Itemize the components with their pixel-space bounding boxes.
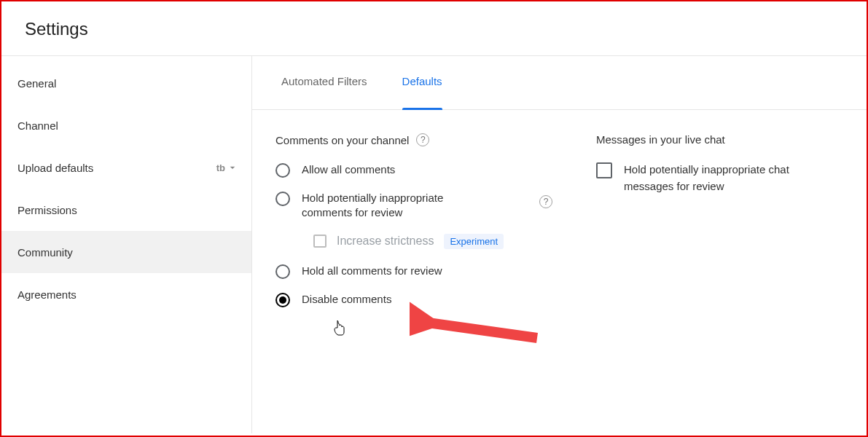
radio-icon — [275, 293, 290, 307]
sidebar-item-label: Channel — [17, 119, 58, 132]
experiment-badge: Experiment — [444, 234, 504, 249]
tab-content: Comments on your channel ? Allow all com… — [252, 110, 867, 320]
radio-label: Hold all comments for review — [302, 264, 442, 278]
radio-disable-comments[interactable]: Disable comments — [275, 292, 552, 307]
radio-icon — [275, 163, 290, 178]
radio-hold-all[interactable]: Hold all comments for review — [275, 264, 552, 279]
sidebar-item-label: Upload defaults — [17, 162, 93, 174]
sidebar-item-label: General — [17, 77, 56, 90]
checkbox-label: Hold potentially inappropriate chat mess… — [624, 162, 837, 194]
settings-dialog: Settings General Channel Upload defaults… — [0, 0, 868, 437]
comments-column: Comments on your channel ? Allow all com… — [275, 133, 552, 320]
radio-icon — [275, 264, 290, 279]
sidebar-item-label: Permissions — [17, 204, 77, 216]
sidebar-item-community[interactable]: Community — [1, 231, 251, 273]
checkbox-icon — [596, 162, 612, 178]
tab-defaults[interactable]: Defaults — [402, 75, 442, 109]
sidebar-item-label: Community — [17, 246, 73, 259]
increase-strictness-label: Increase strictness — [337, 235, 434, 248]
sidebar-item-permissions[interactable]: Permissions — [1, 189, 251, 231]
chevron-down-icon — [227, 162, 238, 173]
radio-icon — [275, 192, 290, 206]
sidebar: General Channel Upload defaults tb Permi… — [1, 56, 252, 433]
radio-label: Hold potentially inappropriate comments … — [302, 191, 469, 221]
tubebuddy-badge: tb — [216, 162, 238, 173]
help-icon[interactable]: ? — [539, 195, 552, 208]
section-title-text: Comments on your channel — [275, 134, 409, 146]
livechat-section-title: Messages in your live chat — [596, 133, 837, 146]
sidebar-item-channel[interactable]: Channel — [1, 104, 251, 146]
tab-automated-filters[interactable]: Automated Filters — [281, 75, 367, 109]
section-title-text: Messages in your live chat — [596, 133, 725, 146]
radio-label: Allow all comments — [302, 162, 395, 177]
sidebar-item-agreements[interactable]: Agreements — [1, 273, 251, 315]
comments-section-title: Comments on your channel ? — [275, 133, 552, 146]
checkbox-increase-strictness[interactable] — [313, 235, 327, 248]
main-panel: Automated Filters Defaults Comments on y… — [252, 56, 867, 433]
sidebar-item-label: Agreements — [17, 288, 77, 301]
radio-label: Disable comments — [302, 292, 391, 307]
page-title: Settings — [1, 1, 867, 55]
increase-strictness-row: Increase strictness Experiment — [275, 234, 552, 249]
sidebar-item-general[interactable]: General — [1, 62, 251, 104]
help-icon[interactable]: ? — [416, 133, 429, 146]
livechat-column: Messages in your live chat Hold potentia… — [596, 133, 837, 320]
tubebuddy-icon: tb — [216, 162, 225, 173]
radio-hold-inappropriate[interactable]: Hold potentially inappropriate comments … — [275, 191, 552, 221]
tabs: Automated Filters Defaults — [252, 56, 867, 110]
checkbox-hold-chat-messages[interactable]: Hold potentially inappropriate chat mess… — [596, 162, 837, 194]
body: General Channel Upload defaults tb Permi… — [1, 56, 867, 433]
sidebar-item-upload-defaults[interactable]: Upload defaults tb — [1, 146, 251, 189]
radio-allow-all[interactable]: Allow all comments — [275, 162, 552, 178]
